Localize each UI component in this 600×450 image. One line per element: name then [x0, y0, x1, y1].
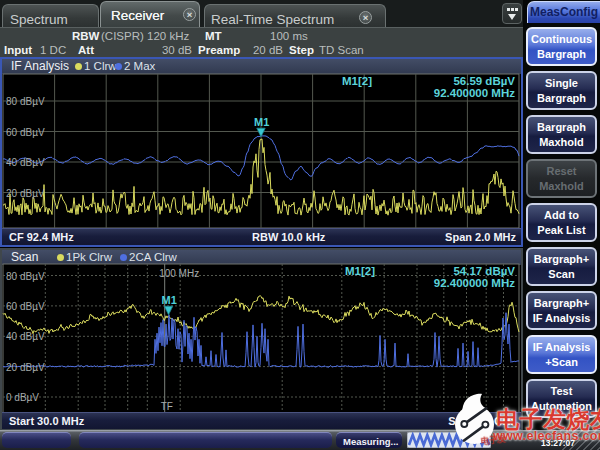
softkey-label: Single	[528, 76, 595, 91]
softkey-menu-title: MeasConfig	[527, 1, 600, 23]
softkey-label: Continuous	[528, 32, 595, 47]
softkey-label: IF Analysis	[528, 311, 595, 326]
mt-value: 100 ms	[270, 31, 308, 43]
step-value: TD Scan	[319, 45, 364, 57]
watermark-brand-text: 电子发烧友	[496, 408, 600, 431]
tab-spectrum[interactable]: Spectrum	[2, 4, 99, 27]
y-axis-label: 60 dBµV	[6, 301, 45, 312]
tab-bar: Spectrum Receiver × Real-Time Spectrum ×	[0, 0, 524, 27]
scan-window[interactable]: Scan 1Pk Clrw 2CA Clrw M1 M1[2] 54.17 dB…	[0, 248, 523, 431]
tab-receiver[interactable]: Receiver ×	[100, 1, 200, 27]
status-field-2	[79, 432, 332, 448]
preamp-label[interactable]: Preamp	[198, 45, 240, 57]
softkey-continuous-bargraph[interactable]: ContinuousBargraph	[526, 27, 597, 66]
preamp-value: 20 dB	[253, 45, 283, 57]
y-axis-label: 80 dBµV	[6, 271, 45, 282]
softkey-single-bargraph[interactable]: SingleBargraph	[526, 71, 597, 110]
marker-name-readout: M1[2]	[342, 76, 372, 88]
softkey-label: IF Analysis	[528, 340, 595, 355]
x-axis-label: 100 MHz	[159, 268, 199, 279]
scan-footer: Start 30.0 MHz Stop 1.0 GHz	[2, 412, 521, 429]
softkey-label: +Scan	[528, 355, 595, 370]
tab-label: Real-Time Spectrum	[211, 12, 334, 27]
y-axis-label: 80 dBµV	[6, 96, 45, 107]
softkey-if-analysis-scan[interactable]: IF Analysis+Scan	[526, 335, 597, 374]
softkey-label: Bargraph	[528, 120, 595, 135]
marker-m1-label: M1	[162, 294, 177, 306]
tab-overflow-button[interactable]	[502, 3, 522, 24]
tab-label: Spectrum	[10, 12, 68, 27]
step-label[interactable]: Step	[289, 45, 314, 57]
marker-freq-readout: 92.400000 MHz	[434, 278, 515, 290]
rbw-label[interactable]: RBW	[72, 31, 99, 43]
y-axis-label: 40 dBµV	[6, 157, 45, 168]
input-label[interactable]: Input	[4, 45, 32, 57]
rbw-value: (CISPR) 120 kHz	[101, 31, 189, 43]
marker-m1-label: M1	[254, 116, 269, 128]
softkey-label: Bargraph	[528, 91, 595, 106]
marker-level-readout: 56.59 dBµV	[453, 76, 515, 88]
y-axis-label: 60 dBµV	[6, 127, 45, 138]
span-readout: Span 2.0 MHz	[445, 232, 516, 243]
softkey-add-to-peak-list[interactable]: Add toPeak List	[526, 203, 597, 242]
if-analysis-window[interactable]: IF Analysis 1 Clrw 2 Max M1 M1[2] 56.59 …	[0, 57, 523, 247]
softkey-label: Bargraph	[528, 47, 595, 62]
if-analysis-footer: CF 92.4 MHz RBW 10.0 kHz Span 2.0 MHz	[2, 228, 521, 245]
cf-readout: CF 92.4 MHz	[9, 232, 74, 243]
y-axis-label: 0 dBµV	[6, 392, 39, 403]
softkey-reset-maxhold: ResetMaxhold	[526, 159, 597, 198]
input-value: 1 DC	[40, 45, 66, 57]
tab-list-icon	[503, 4, 521, 23]
softkey-sidebar: MeasConfig ContinuousBargraphSingleBargr…	[523, 0, 600, 450]
softkey-bargraph-maxhold[interactable]: BargraphMaxhold	[526, 115, 597, 154]
watermark-url-text: www.elecfans.com	[493, 430, 600, 443]
marker-freq-readout: 92.400000 MHz	[434, 88, 515, 100]
close-icon[interactable]: ×	[183, 8, 196, 21]
measuring-status: Measuring...	[343, 437, 398, 447]
softkey-label: Peak List	[528, 223, 595, 238]
tab-realtime-spectrum[interactable]: Real-Time Spectrum ×	[204, 4, 386, 27]
y-axis-label: 40 dBµV	[6, 331, 45, 342]
marker-name-readout: M1[2]	[345, 266, 375, 278]
softkey-label: Scan	[528, 267, 595, 282]
softkey-label: Maxhold	[528, 179, 595, 194]
mt-label[interactable]: MT	[205, 31, 222, 43]
softkey-bargraph-scan[interactable]: Bargraph+Scan	[526, 247, 597, 286]
att-label[interactable]: Att	[78, 45, 94, 57]
tab-label: Receiver	[111, 8, 164, 23]
y-axis-label: 20 dBµV	[6, 188, 45, 199]
softkey-label: Test	[528, 384, 595, 399]
measuring-field: Measuring...	[336, 432, 402, 448]
softkey-label: Add to	[528, 208, 595, 223]
softkey-bargraph-if-analysis[interactable]: Bargraph+IF Analysis	[526, 291, 597, 330]
close-icon[interactable]: ×	[359, 11, 372, 24]
softkey-label: Reset	[528, 164, 595, 179]
tf-label: TF	[161, 401, 173, 412]
softkey-label: Maxhold	[528, 135, 595, 150]
softkey-label: Bargraph+	[528, 296, 595, 311]
instrument-screen: Spectrum Receiver × Real-Time Spectrum ×…	[0, 0, 600, 450]
start-readout: Start 30.0 MHz	[9, 416, 84, 427]
status-field-1	[2, 432, 71, 448]
marker-level-readout: 54.17 dBµV	[453, 266, 515, 278]
softkey-label: Bargraph+	[528, 252, 595, 267]
att-value: 30 dB	[162, 45, 192, 57]
y-axis-label: 20 dBµV	[6, 362, 45, 373]
rbw-readout: RBW 10.0 kHz	[252, 232, 325, 243]
settings-toolbar-row2: Input 1 DC Att 30 dB Preamp 20 dB Step T…	[0, 42, 524, 57]
